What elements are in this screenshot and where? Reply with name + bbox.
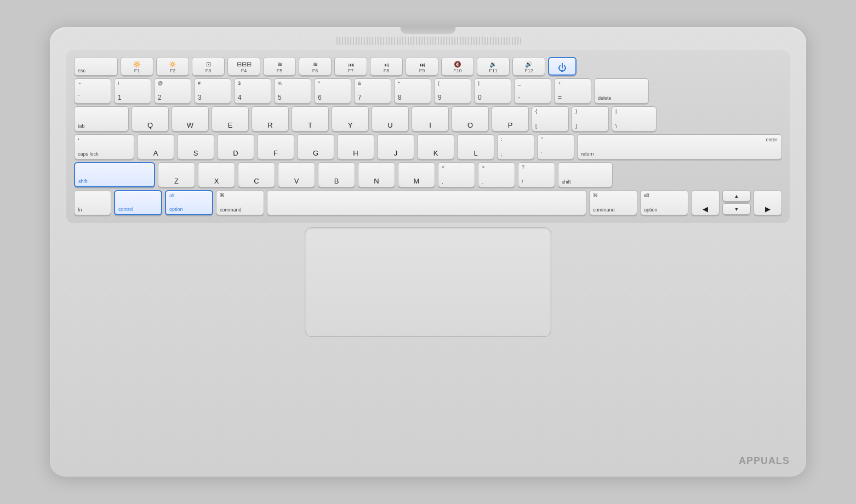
key-tilde[interactable]: ~ ` — [74, 78, 111, 104]
key-f1[interactable]: 🔆 F1 — [121, 57, 153, 76]
key-z[interactable]: Z — [158, 162, 195, 187]
key-period[interactable]: > . — [478, 162, 515, 187]
key-f3[interactable]: ⊡ F3 — [192, 57, 225, 76]
key-k[interactable]: K — [417, 134, 454, 159]
key-power[interactable]: ⏻ — [548, 57, 577, 76]
key-arrow-up[interactable]: ▲ — [722, 190, 751, 202]
key-f7[interactable]: ⏮ F7 — [334, 57, 367, 76]
key-5[interactable]: % 5 — [274, 78, 311, 104]
key-caps-lock[interactable]: • caps lock — [74, 134, 134, 159]
key-a[interactable]: A — [137, 134, 174, 159]
f11-label: F11 — [481, 68, 506, 73]
key-p[interactable]: P — [492, 106, 529, 131]
f10-icon: 🔇 — [445, 61, 470, 68]
key-command-left[interactable]: ⌘ command — [216, 190, 264, 215]
control-label: control — [118, 207, 133, 212]
key-f11[interactable]: 🔉 F11 — [477, 57, 510, 76]
f1-label: F1 — [124, 68, 150, 73]
key-minus[interactable]: _ - — [514, 78, 551, 104]
key-f6[interactable]: ≋ F6 — [299, 57, 332, 76]
bottom-key-row: fn control alt option ⌘ command ⌘ comman… — [74, 190, 782, 215]
key-c[interactable]: C — [238, 162, 275, 187]
key-f8[interactable]: ⏯ F8 — [370, 57, 403, 76]
number-key-row: ~ ` ! 1 @ 2 # 3 $ 4 % 5 — [74, 78, 782, 104]
key-0[interactable]: ) 0 — [474, 78, 511, 104]
key-o[interactable]: O — [452, 106, 489, 131]
key-bracket-close[interactable]: } ] — [572, 106, 609, 131]
key-i[interactable]: I — [412, 106, 449, 131]
key-option-right[interactable]: alt option — [640, 190, 688, 215]
arrow-ud-stack: ▲ ▼ — [722, 190, 751, 215]
key-delete[interactable]: delete — [594, 78, 649, 104]
key-x[interactable]: X — [198, 162, 235, 187]
key-quote[interactable]: " ' — [537, 134, 574, 159]
key-f10[interactable]: 🔇 F10 — [441, 57, 474, 76]
key-r[interactable]: R — [252, 106, 289, 131]
touchpad[interactable] — [305, 227, 551, 337]
key-f5[interactable]: ≋ F5 — [263, 57, 296, 76]
key-space[interactable] — [267, 190, 586, 215]
f9-icon: ⏭ — [409, 61, 435, 68]
key-bracket-open[interactable]: { [ — [532, 106, 569, 131]
f2-label: F2 — [160, 68, 185, 73]
key-f9[interactable]: ⏭ F9 — [406, 57, 438, 76]
key-d[interactable]: D — [217, 134, 254, 159]
key-h[interactable]: H — [337, 134, 374, 159]
key-shift-right[interactable]: shift — [558, 162, 613, 187]
qwerty-key-row: tab Q W E R T Y U I O P { [ } ] | \ — [74, 106, 782, 131]
key-3[interactable]: # 3 — [194, 78, 231, 104]
key-f12[interactable]: 🔊 F12 — [512, 57, 545, 76]
asdf-key-row: • caps lock A S D F G H J K L : ; " ' en… — [74, 134, 782, 159]
key-f[interactable]: F — [257, 134, 294, 159]
f2-icon: 🔅 — [160, 61, 185, 68]
speaker-grille — [335, 37, 521, 45]
key-tab[interactable]: tab — [74, 106, 129, 131]
key-f2[interactable]: 🔅 F2 — [156, 57, 189, 76]
f12-label: F12 — [516, 68, 541, 73]
key-control[interactable]: control — [114, 190, 162, 215]
key-t[interactable]: T — [292, 106, 329, 131]
key-slash[interactable]: ? / — [518, 162, 555, 187]
key-e[interactable]: E — [212, 106, 249, 131]
key-option-left[interactable]: alt option — [165, 190, 213, 215]
key-7[interactable]: & 7 — [354, 78, 391, 104]
key-f4[interactable]: ⊟⊟⊟ F4 — [227, 57, 260, 76]
key-v[interactable]: V — [278, 162, 315, 187]
key-arrow-right[interactable]: ▶ — [754, 190, 782, 215]
key-w[interactable]: W — [172, 106, 209, 131]
key-8[interactable]: * 8 — [394, 78, 431, 104]
key-4[interactable]: $ 4 — [234, 78, 271, 104]
key-q[interactable]: Q — [132, 106, 169, 131]
key-s[interactable]: S — [177, 134, 214, 159]
key-equals[interactable]: + = — [554, 78, 591, 104]
key-arrow-left[interactable]: ◀ — [691, 190, 720, 215]
key-fn[interactable]: fn — [74, 190, 111, 215]
key-m[interactable]: M — [398, 162, 435, 187]
f1-icon: 🔆 — [124, 61, 150, 68]
f8-label: F8 — [374, 68, 399, 73]
f10-label: F10 — [445, 68, 470, 73]
key-1[interactable]: ! 1 — [114, 78, 151, 104]
key-9[interactable]: ( 9 — [434, 78, 471, 104]
key-shift-left[interactable]: shift — [74, 162, 155, 187]
key-u[interactable]: U — [372, 106, 409, 131]
key-n[interactable]: N — [358, 162, 395, 187]
key-arrow-down[interactable]: ▼ — [722, 203, 751, 215]
shift-label: shift — [78, 179, 88, 184]
key-command-right[interactable]: ⌘ command — [589, 190, 637, 215]
key-comma[interactable]: < , — [438, 162, 475, 187]
key-6[interactable]: ^ 6 — [314, 78, 351, 104]
key-semicolon[interactable]: : ; — [497, 134, 534, 159]
key-g[interactable]: G — [297, 134, 334, 159]
key-2[interactable]: @ 2 — [154, 78, 191, 104]
f7-icon: ⏮ — [338, 61, 363, 68]
key-b[interactable]: B — [318, 162, 355, 187]
f11-icon: 🔉 — [481, 61, 506, 68]
key-l[interactable]: L — [457, 134, 494, 159]
key-backslash[interactable]: | \ — [612, 106, 657, 131]
key-y[interactable]: Y — [332, 106, 369, 131]
key-esc[interactable]: esc — [74, 57, 118, 76]
key-j[interactable]: J — [377, 134, 414, 159]
watermark: APPUALS — [739, 455, 790, 467]
key-enter[interactable]: enter return — [577, 134, 782, 159]
